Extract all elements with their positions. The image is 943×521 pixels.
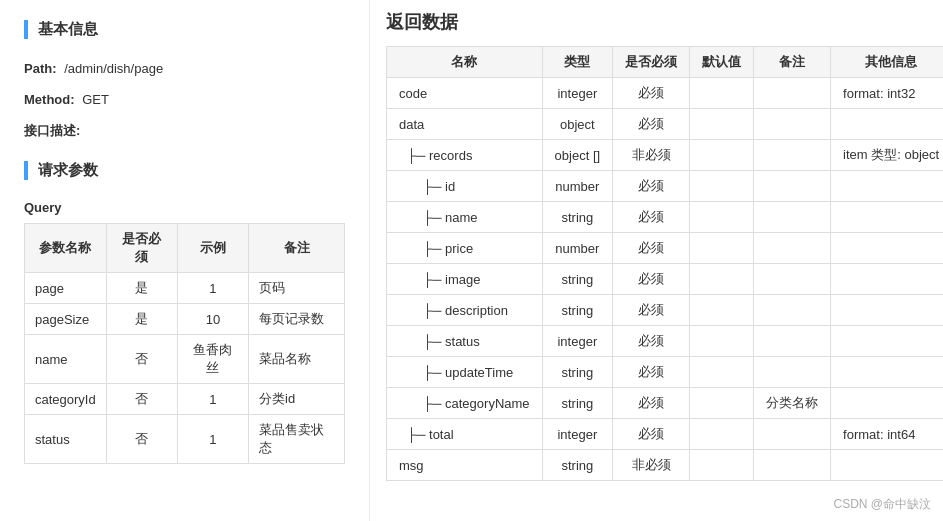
table-row: categoryId否1分类id	[25, 384, 345, 415]
watermark: CSDN @命中缺汶	[833, 496, 931, 513]
table-cell-default	[690, 140, 754, 171]
table-cell-note	[754, 202, 831, 233]
table-cell-required: 非必须	[613, 450, 690, 481]
table-cell-note	[754, 264, 831, 295]
table-cell-type: string	[542, 202, 613, 233]
table-cell-note: 分类名称	[754, 388, 831, 419]
table-cell-required: 必须	[613, 202, 690, 233]
table-cell-other	[831, 450, 943, 481]
table-cell-required: 必须	[613, 295, 690, 326]
params-title: 请求参数	[24, 161, 345, 180]
col-name: 名称	[387, 47, 543, 78]
table-cell-type: string	[542, 388, 613, 419]
table-cell-type: object []	[542, 140, 613, 171]
table-cell-required: 是	[106, 273, 177, 304]
basic-info-title: 基本信息	[24, 20, 345, 39]
table-cell-note	[754, 233, 831, 264]
table-cell-note: 每页记录数	[249, 304, 345, 335]
table-cell-note	[754, 419, 831, 450]
col-required: 是否必须	[613, 47, 690, 78]
table-row: ├─ idnumber必须	[387, 171, 944, 202]
table-cell-default	[690, 450, 754, 481]
table-cell-required: 必须	[613, 109, 690, 140]
table-cell-default	[690, 109, 754, 140]
table-cell-other	[831, 233, 943, 264]
table-cell-note	[754, 295, 831, 326]
table-cell-default	[690, 388, 754, 419]
table-cell-other	[831, 326, 943, 357]
table-cell-note: 菜品售卖状态	[249, 415, 345, 464]
path-value: /admin/dish/page	[64, 61, 163, 76]
left-panel: 基本信息 Path: /admin/dish/page Method: GET …	[0, 0, 370, 521]
table-cell-note	[754, 109, 831, 140]
return-table: 名称 类型 是否必须 默认值 备注 其他信息 codeinteger必须form…	[386, 46, 943, 481]
table-cell-default	[690, 419, 754, 450]
table-cell-type: object	[542, 109, 613, 140]
table-cell-default	[690, 264, 754, 295]
table-cell-type: string	[542, 264, 613, 295]
table-cell-note: 页码	[249, 273, 345, 304]
table-row: ├─ updateTimestring必须	[387, 357, 944, 388]
table-cell-required: 否	[106, 384, 177, 415]
path-label: Path:	[24, 61, 57, 76]
col-param-name: 参数名称	[25, 224, 107, 273]
table-cell-note	[754, 78, 831, 109]
col-type: 类型	[542, 47, 613, 78]
table-row: dataobject必须	[387, 109, 944, 140]
table-cell-default	[690, 233, 754, 264]
table-cell-required: 必须	[613, 419, 690, 450]
table-row: ├─ pricenumber必须	[387, 233, 944, 264]
table-cell-name: categoryId	[25, 384, 107, 415]
table-cell-name: page	[25, 273, 107, 304]
table-cell-example: 1	[177, 384, 248, 415]
table-cell-note: 分类id	[249, 384, 345, 415]
table-cell-name: ├─ id	[387, 171, 543, 202]
table-cell-name: ├─ total	[387, 419, 543, 450]
table-cell-name: ├─ records	[387, 140, 543, 171]
table-row: name否鱼香肉丝菜品名称	[25, 335, 345, 384]
table-row: ├─ statusinteger必须	[387, 326, 944, 357]
return-title: 返回数据	[386, 10, 927, 34]
params-table: 参数名称 是否必须 示例 备注 page是1页码pageSize是10每页记录数…	[24, 223, 345, 464]
return-table-header-row: 名称 类型 是否必须 默认值 备注 其他信息	[387, 47, 944, 78]
table-cell-required: 必须	[613, 357, 690, 388]
table-cell-note	[754, 140, 831, 171]
table-cell-type: integer	[542, 326, 613, 357]
table-row: ├─ descriptionstring必须	[387, 295, 944, 326]
table-cell-type: string	[542, 295, 613, 326]
table-row: ├─ recordsobject []非必须item 类型: object	[387, 140, 944, 171]
table-cell-default	[690, 171, 754, 202]
desc-label: 接口描述:	[24, 123, 80, 138]
table-cell-other	[831, 357, 943, 388]
table-cell-other: item 类型: object	[831, 140, 943, 171]
table-cell-other	[831, 264, 943, 295]
table-row: ├─ imagestring必须	[387, 264, 944, 295]
table-cell-other: format: int32	[831, 78, 943, 109]
table-cell-required: 非必须	[613, 140, 690, 171]
table-cell-name: name	[25, 335, 107, 384]
table-cell-required: 必须	[613, 233, 690, 264]
right-panel: 返回数据 名称 类型 是否必须 默认值 备注 其他信息 codeinteger必…	[370, 0, 943, 521]
table-cell-name: data	[387, 109, 543, 140]
table-cell-name: status	[25, 415, 107, 464]
query-label: Query	[24, 200, 345, 215]
table-cell-example: 1	[177, 415, 248, 464]
col-note: 备注	[754, 47, 831, 78]
table-cell-other	[831, 295, 943, 326]
desc-row: 接口描述:	[24, 121, 345, 142]
table-cell-required: 必须	[613, 171, 690, 202]
table-cell-type: number	[542, 171, 613, 202]
table-row: codeinteger必须format: int32	[387, 78, 944, 109]
table-cell-example: 1	[177, 273, 248, 304]
table-cell-other	[831, 202, 943, 233]
table-cell-other: format: int64	[831, 419, 943, 450]
table-cell-type: integer	[542, 78, 613, 109]
table-cell-required: 必须	[613, 388, 690, 419]
table-cell-name: ├─ status	[387, 326, 543, 357]
col-required: 是否必须	[106, 224, 177, 273]
table-cell-name: ├─ categoryName	[387, 388, 543, 419]
table-cell-required: 是	[106, 304, 177, 335]
table-cell-default	[690, 295, 754, 326]
table-cell-required: 必须	[613, 326, 690, 357]
table-cell-required: 否	[106, 335, 177, 384]
